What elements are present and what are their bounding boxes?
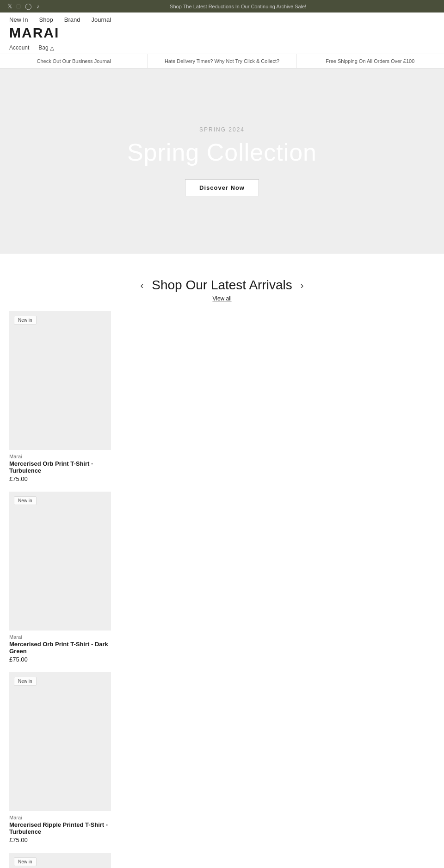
product-image-3: New in: [9, 853, 111, 868]
hero-subtitle: SPRING 2024: [199, 126, 245, 133]
top-bar: 𝕏 □ ◯ ♪ Shop The Latest Reductions In Ou…: [0, 0, 444, 12]
arrivals-prev-button[interactable]: ‹: [141, 281, 144, 290]
product-card-2[interactable]: New in Marai Mercerised Ripple Printed T…: [9, 672, 111, 843]
product-name-2: Mercerised Ripple Printed T-Shirt - Turb…: [9, 821, 111, 835]
account-link[interactable]: Account: [9, 44, 29, 51]
product-image-2: New in: [9, 672, 111, 811]
nav-link-shop[interactable]: Shop: [39, 16, 53, 23]
arrivals-title: Shop Our Latest Arrivals: [152, 278, 292, 293]
product-card-0[interactable]: New in Marai Mercerised Orb Print T-Shir…: [9, 311, 111, 482]
info-bar: Check Out Our Business Journal Hate Deli…: [0, 54, 444, 69]
product-card-3[interactable]: New in: [9, 853, 111, 868]
product-brand-0: Marai: [9, 454, 111, 459]
arrivals-next-button[interactable]: ›: [301, 281, 304, 290]
twitter-icon[interactable]: 𝕏: [7, 3, 12, 10]
arrivals-header: ‹ Shop Our Latest Arrivals ›: [7, 278, 437, 293]
bag-icon: △: [50, 45, 54, 51]
hero-title: Spring Collection: [127, 138, 317, 166]
product-name-1: Mercerised Orb Print T-Shirt - Dark Gree…: [9, 641, 111, 655]
nav-link-new-in[interactable]: New In: [9, 16, 28, 23]
nav-top: New In Shop Brand Journal: [0, 12, 444, 25]
product-card-1[interactable]: New in Marai Mercerised Orb Print T-Shir…: [9, 492, 111, 663]
nav-link-journal[interactable]: Journal: [92, 16, 111, 23]
nav-link-brand[interactable]: Brand: [64, 16, 80, 23]
product-price-1: £75.00: [9, 656, 111, 663]
product-brand-2: Marai: [9, 815, 111, 820]
social-icons: 𝕏 □ ◯ ♪: [7, 3, 39, 10]
new-in-badge-2: New in: [14, 677, 37, 686]
product-price-0: £75.00: [9, 475, 111, 482]
product-name-0: Mercerised Orb Print T-Shirt - Turbulenc…: [9, 460, 111, 474]
products-grid: New in Marai Mercerised Orb Print T-Shir…: [7, 311, 437, 868]
info-bar-item-0[interactable]: Check Out Our Business Journal: [0, 54, 148, 68]
product-image-0: New in: [9, 311, 111, 450]
product-brand-1: Marai: [9, 634, 111, 640]
new-in-badge-0: New in: [14, 316, 37, 325]
facebook-icon[interactable]: □: [17, 3, 20, 10]
logo-row: MARAI: [0, 25, 444, 43]
hero-section: SPRING 2024 Spring Collection Discover N…: [0, 69, 444, 254]
hero-cta-button[interactable]: Discover Now: [185, 179, 259, 196]
view-all-link[interactable]: View all: [7, 295, 437, 302]
instagram-icon[interactable]: ◯: [25, 3, 32, 10]
logo[interactable]: MARAI: [9, 25, 59, 41]
nav-bottom: Account Bag △: [0, 43, 444, 54]
new-in-badge-1: New in: [14, 496, 37, 505]
top-bar-message: Shop The Latest Reductions In Our Contin…: [39, 4, 437, 9]
arrivals-section: ‹ Shop Our Latest Arrivals › View all Ne…: [0, 254, 444, 868]
product-image-1: New in: [9, 492, 111, 631]
bag-link[interactable]: Bag △: [38, 44, 54, 51]
product-price-2: £75.00: [9, 837, 111, 843]
bag-label: Bag: [38, 44, 48, 51]
info-bar-item-1[interactable]: Hate Delivery Times? Why Not Try Click &…: [148, 54, 296, 68]
info-bar-item-2[interactable]: Free Shipping On All Orders Over £100: [296, 54, 444, 68]
new-in-badge-3: New in: [14, 857, 37, 866]
